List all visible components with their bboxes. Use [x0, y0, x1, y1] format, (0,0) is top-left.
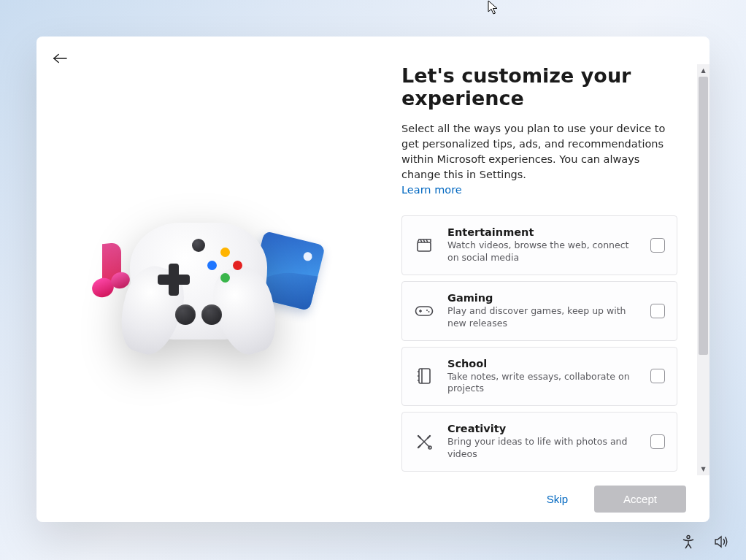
checkbox[interactable]: [650, 434, 665, 449]
option-list: Entertainment Watch videos, browse the w…: [401, 215, 677, 475]
os-tray: [680, 534, 730, 550]
svg-rect-1: [416, 307, 433, 315]
option-title: Creativity: [447, 423, 637, 434]
option-entertainment[interactable]: Entertainment Watch videos, browse the w…: [401, 215, 677, 275]
option-desc: Watch videos, browse the web, connect on…: [447, 239, 637, 264]
svg-rect-4: [419, 369, 430, 383]
accessibility-icon[interactable]: [680, 534, 696, 550]
option-school[interactable]: School Take notes, write essays, collabo…: [401, 347, 677, 407]
checkbox[interactable]: [650, 369, 665, 383]
hero-illustration: [95, 221, 314, 367]
notebook-icon: [414, 366, 434, 386]
svg-point-2: [426, 310, 428, 311]
accept-button[interactable]: Accept: [594, 486, 686, 513]
content-pane: Let's customize your experience Select a…: [372, 37, 710, 522]
scrollbar-track[interactable]: [697, 77, 710, 463]
scroll-down-icon[interactable]: ▼: [697, 463, 710, 475]
scrollbar-thumb[interactable]: [699, 77, 708, 355]
gamepad-icon: [414, 301, 434, 321]
film-clapper-icon: [414, 235, 434, 256]
option-title: Gaming: [447, 292, 637, 304]
option-title: School: [447, 358, 637, 369]
arrow-left-icon: [53, 53, 67, 67]
scrollbar[interactable]: ▲ ▼: [697, 64, 710, 475]
option-desc: Bring your ideas to life with photos and…: [447, 436, 637, 461]
mouse-cursor-icon: [488, 0, 499, 15]
pen-brush-icon: [414, 431, 434, 452]
oobe-dialog: Let's customize your experience Select a…: [36, 37, 710, 522]
skip-button[interactable]: Skip: [537, 487, 578, 511]
option-creativity[interactable]: Creativity Bring your ideas to life with…: [401, 412, 677, 472]
dialog-footer: Skip Accept: [372, 475, 710, 522]
option-gaming[interactable]: Gaming Play and discover games, keep up …: [401, 281, 677, 341]
option-title: Entertainment: [447, 226, 637, 238]
back-button[interactable]: [48, 48, 72, 72]
option-desc: Take notes, write essays, collaborate on…: [447, 371, 637, 396]
volume-icon[interactable]: [714, 534, 730, 550]
svg-point-3: [428, 311, 430, 312]
learn-more-link[interactable]: Learn more: [401, 184, 462, 196]
option-desc: Play and discover games, keep up with ne…: [447, 305, 637, 330]
page-description: Select all the ways you plan to use your…: [401, 121, 677, 183]
page-title: Let's customize your experience: [401, 64, 677, 110]
hero-pane: [36, 37, 372, 522]
svg-rect-0: [418, 242, 431, 251]
music-note-icon: [88, 243, 128, 302]
scroll-up-icon[interactable]: ▲: [697, 64, 710, 77]
checkbox[interactable]: [650, 304, 665, 318]
game-controller-icon: [130, 223, 267, 340]
checkbox[interactable]: [650, 238, 665, 253]
svg-point-6: [687, 536, 690, 539]
